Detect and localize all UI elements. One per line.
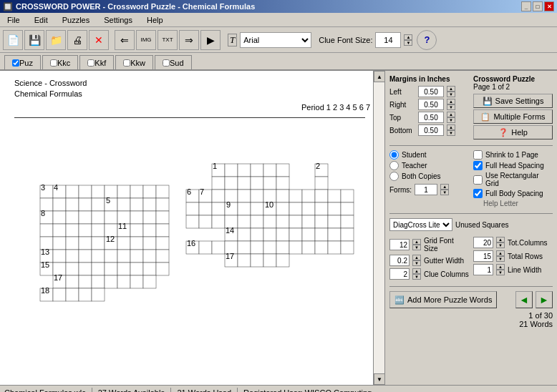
forward-button[interactable]: ⇒ — [179, 30, 199, 50]
top-input[interactable] — [418, 112, 444, 123]
scroll-up-button[interactable]: ▲ — [374, 71, 385, 82]
teacher-radio[interactable] — [389, 161, 399, 170]
gutter-down[interactable]: ▼ — [412, 260, 421, 266]
diagcross-select[interactable]: DiagCross Lite — [389, 218, 452, 231]
line-width-up[interactable]: ▲ — [496, 264, 505, 270]
menu-puzzles[interactable]: Puzzles — [58, 14, 95, 26]
open-button[interactable]: 📁 — [46, 30, 66, 50]
save-button[interactable]: 💾 — [24, 30, 44, 50]
save-settings-button[interactable]: 💾 Save Settings — [473, 94, 553, 108]
total-rows-up[interactable]: ▲ — [496, 250, 505, 256]
scroll-down-button[interactable]: ▼ — [374, 373, 385, 385]
stop-button[interactable]: ✕ — [89, 30, 109, 50]
tab-sud-check[interactable] — [163, 59, 170, 67]
gutter-up[interactable]: ▲ — [412, 255, 421, 260]
new-button[interactable]: 📄 — [3, 30, 23, 50]
back-button[interactable]: ⇐ — [115, 30, 135, 50]
student-radio[interactable] — [389, 150, 399, 160]
right-button[interactable]: ▶ — [200, 30, 221, 50]
tot-columns-down[interactable]: ▼ — [496, 242, 505, 248]
right-up[interactable]: ▲ — [447, 99, 455, 104]
bottom-up[interactable]: ▲ — [447, 124, 455, 130]
svg-text:13: 13 — [41, 248, 49, 256]
total-rows-spin[interactable]: ▲ ▼ — [496, 250, 505, 262]
tab-kkc-check[interactable] — [50, 59, 57, 67]
minimize-button[interactable]: _ — [521, 1, 531, 11]
help-panel-button[interactable]: ❓ Help — [473, 125, 553, 139]
bottom-spin[interactable]: ▲ ▼ — [447, 124, 455, 136]
font-select[interactable]: Arial — [240, 32, 311, 48]
bottom-input[interactable] — [418, 124, 444, 136]
tab-sud[interactable]: Sud — [155, 55, 192, 69]
maximize-button[interactable]: □ — [533, 1, 543, 11]
line-width-down[interactable]: ▼ — [496, 270, 505, 275]
grid-font-down[interactable]: ▼ — [412, 245, 421, 250]
tab-puz[interactable]: Puz — [4, 55, 41, 69]
forms-input[interactable] — [415, 184, 437, 195]
gutter-width-input[interactable] — [389, 255, 410, 266]
next-button[interactable]: ► — [536, 291, 553, 308]
clue-font-down[interactable]: ▼ — [404, 40, 412, 46]
close-button[interactable]: ✕ — [544, 1, 554, 11]
rectangular-grid-check[interactable] — [473, 175, 483, 185]
print-button[interactable]: 🖨 — [67, 30, 87, 50]
menu-help[interactable]: Help — [142, 14, 168, 26]
clue-font-input[interactable] — [375, 32, 401, 48]
tab-kkf-check[interactable] — [87, 59, 95, 67]
tot-columns-spin[interactable]: ▲ ▼ — [496, 237, 505, 248]
svg-rect-76 — [143, 263, 156, 275]
total-rows-input[interactable] — [473, 250, 493, 262]
add-words-button[interactable]: 🔤 Add More Puzzle Words — [389, 291, 497, 308]
grid-font-size-input[interactable] — [389, 239, 410, 250]
clue-columns-spin[interactable]: ▲ ▼ — [412, 268, 421, 280]
forms-down[interactable]: ▼ — [440, 190, 449, 195]
tab-kkw-check[interactable] — [123, 59, 130, 67]
menu-file[interactable]: File — [3, 14, 24, 26]
svg-rect-37 — [79, 224, 92, 237]
tab-kkc[interactable]: Kkc — [42, 55, 78, 69]
multiple-forms-button[interactable]: 📋 Multiple Forms — [473, 109, 553, 124]
grid-font-spin[interactable]: ▲ ▼ — [412, 239, 421, 250]
tab-kkf[interactable]: Kkf — [79, 55, 114, 69]
line-width-input[interactable] — [473, 264, 493, 275]
img-button[interactable]: IMG — [136, 30, 156, 50]
svg-rect-165 — [199, 241, 212, 254]
clue-columns-input[interactable] — [389, 268, 410, 280]
clue-font-up[interactable]: ▲ — [404, 34, 412, 40]
txt-button[interactable]: TXT — [158, 30, 178, 50]
gutter-spin[interactable]: ▲ ▼ — [412, 255, 421, 266]
prev-button[interactable]: ◄ — [515, 291, 533, 308]
unused-squares-label: Unused Squares — [455, 221, 509, 229]
right-down[interactable]: ▼ — [447, 104, 455, 110]
help-button[interactable]: ? — [417, 30, 437, 50]
grid-font-up[interactable]: ▲ — [412, 239, 421, 245]
tab-kkw[interactable]: Kkw — [115, 55, 153, 69]
bottom-down[interactable]: ▼ — [447, 130, 455, 136]
right-spin[interactable]: ▲ ▼ — [447, 99, 455, 110]
right-input[interactable] — [418, 99, 444, 110]
menu-settings[interactable]: Settings — [100, 14, 137, 26]
puzzle-scrollbar[interactable]: ▲ ▼ — [373, 71, 384, 385]
top-down[interactable]: ▼ — [447, 117, 455, 123]
top-up[interactable]: ▲ — [447, 112, 455, 117]
clue-columns-down[interactable]: ▼ — [412, 274, 421, 280]
left-down[interactable]: ▼ — [447, 92, 455, 97]
forms-up[interactable]: ▲ — [440, 184, 449, 190]
left-up[interactable]: ▲ — [447, 86, 455, 92]
both-copies-radio[interactable] — [389, 172, 399, 181]
left-input[interactable] — [418, 86, 444, 97]
tab-puz-check[interactable] — [12, 59, 19, 67]
crossword-info-section: Crossword Puzzle Page 1 of 2 💾 Save Sett… — [473, 75, 553, 141]
left-spin[interactable]: ▲ ▼ — [447, 86, 455, 97]
total-rows-down[interactable]: ▼ — [496, 256, 505, 262]
forms-spin[interactable]: ▲ ▼ — [440, 184, 449, 195]
shrink-to-page-check[interactable] — [473, 150, 483, 160]
clue-columns-up[interactable]: ▲ — [412, 268, 421, 274]
full-body-spacing-check[interactable] — [473, 189, 483, 198]
line-width-spin[interactable]: ▲ ▼ — [496, 264, 505, 275]
top-spin[interactable]: ▲ ▼ — [447, 112, 455, 123]
tot-columns-input[interactable] — [473, 237, 493, 248]
full-head-spacing-check[interactable] — [473, 161, 483, 170]
menu-edit[interactable]: Edit — [30, 14, 52, 26]
tot-columns-up[interactable]: ▲ — [496, 237, 505, 242]
